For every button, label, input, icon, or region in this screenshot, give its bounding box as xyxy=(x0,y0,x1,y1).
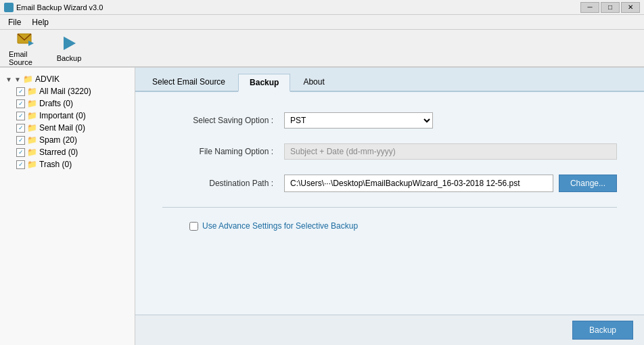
tree-checkbox-spam[interactable]: ✓ xyxy=(16,136,25,145)
file-naming-control: Subject + Date (dd-mm-yyyy) xyxy=(284,143,617,160)
sidebar-inner: ▼ ▼ 📁 ADVIK ✓ 📁 All Mail (3220) ✓ 📁 Draf… xyxy=(0,70,135,173)
title-bar-controls: ─ □ ✕ xyxy=(580,2,640,13)
divider xyxy=(162,207,617,208)
file-naming-row: File Naming Option : Subject + Date (dd-… xyxy=(162,143,617,160)
advance-settings-row: Use Advance Settings for Selective Backu… xyxy=(189,221,617,231)
saving-option-label: Select Saving Option : xyxy=(162,116,284,125)
tree-folder-icon-trash: 📁 xyxy=(27,160,37,169)
menu-file[interactable]: File xyxy=(3,16,26,28)
title-bar: Email Backup Wizard v3.0 ─ □ ✕ xyxy=(0,0,644,15)
backup-toolbar-icon xyxy=(60,34,78,53)
toolbar: Email Source Backup xyxy=(0,30,644,68)
file-naming-label: File Naming Option : xyxy=(162,147,284,156)
tab-about[interactable]: About xyxy=(292,73,336,91)
tab-select-email-source[interactable]: Select Email Source xyxy=(141,73,237,91)
backup-toolbar-label: Backup xyxy=(57,54,82,62)
app-icon xyxy=(4,3,14,12)
tree-root-label: ADVIK xyxy=(35,74,60,84)
list-item[interactable]: ✓ 📁 Trash (0) xyxy=(14,158,135,170)
footer: Backup xyxy=(135,315,644,345)
tree-root-folder-icon: 📁 xyxy=(23,74,33,84)
tree-label-sentmail: Sent Mail (0) xyxy=(39,123,85,133)
tree-label-drafts: Drafts (0) xyxy=(39,99,73,108)
list-item[interactable]: ✓ 📁 Starred (0) xyxy=(14,146,135,158)
list-item[interactable]: ✓ 📁 Sent Mail (0) xyxy=(14,122,135,134)
email-source-button[interactable]: Email Source xyxy=(5,32,46,64)
tree-checkbox-important[interactable]: ✓ xyxy=(16,112,25,120)
main-container: ▼ ▼ 📁 ADVIK ✓ 📁 All Mail (3220) ✓ 📁 Draf… xyxy=(0,68,644,345)
destination-input[interactable] xyxy=(284,175,553,192)
destination-control: Change... xyxy=(284,175,617,192)
tree-label-important: Important (0) xyxy=(39,111,86,120)
list-item[interactable]: ✓ 📁 Important (0) xyxy=(14,110,135,122)
tree-checkbox-drafts[interactable]: ✓ xyxy=(16,99,25,108)
email-source-icon xyxy=(16,30,35,49)
right-panel: Select Email Source Backup About Select … xyxy=(135,68,644,345)
menu-bar: File Help xyxy=(0,15,644,30)
menu-help[interactable]: Help xyxy=(26,16,54,28)
tree-label-allmail: All Mail (3220) xyxy=(39,87,91,96)
tree-label-trash: Trash (0) xyxy=(39,160,72,169)
tree-folder-icon-starred: 📁 xyxy=(27,147,37,157)
tree-label-spam: Spam (20) xyxy=(39,135,77,145)
saving-option-row: Select Saving Option : PST PDF MSG EML xyxy=(162,112,617,129)
tree-folder-icon-drafts: 📁 xyxy=(27,99,37,108)
backup-panel-content: Select Saving Option : PST PDF MSG EML F… xyxy=(135,92,644,315)
tree-root-item[interactable]: ▼ ▼ 📁 ADVIK xyxy=(3,73,135,85)
list-item[interactable]: ✓ 📁 Spam (20) xyxy=(14,134,135,146)
saving-option-select[interactable]: PST PDF MSG EML xyxy=(284,112,433,129)
window-title: Email Backup Wizard v3.0 xyxy=(16,3,103,12)
list-item[interactable]: ✓ 📁 All Mail (3220) xyxy=(14,85,135,97)
tree-sub-expand-icon: ▼ xyxy=(14,76,21,83)
advance-settings-label: Use Advance Settings for Selective Backu… xyxy=(202,221,358,231)
title-bar-left: Email Backup Wizard v3.0 xyxy=(4,3,103,12)
tree-children: ✓ 📁 All Mail (3220) ✓ 📁 Drafts (0) ✓ 📁 I… xyxy=(3,85,135,170)
tree-folder-icon-spam: 📁 xyxy=(27,135,37,145)
tree-folder-icon-important: 📁 xyxy=(27,111,37,120)
minimize-button[interactable]: ─ xyxy=(580,2,599,13)
backup-button[interactable]: Backup xyxy=(572,321,633,340)
tree-checkbox-trash[interactable]: ✓ xyxy=(16,160,25,169)
destination-row: Destination Path : Change... xyxy=(162,175,617,192)
file-naming-display: Subject + Date (dd-mm-yyyy) xyxy=(284,143,617,160)
maximize-button[interactable]: □ xyxy=(601,2,620,13)
tree-folder-icon-allmail: 📁 xyxy=(27,87,37,96)
advance-settings-checkbox[interactable] xyxy=(189,222,198,231)
backup-toolbar-button[interactable]: Backup xyxy=(49,32,89,64)
change-button[interactable]: Change... xyxy=(559,175,617,192)
tree-checkbox-starred[interactable]: ✓ xyxy=(16,148,25,157)
tabs: Select Email Source Backup About xyxy=(135,68,644,92)
email-source-label: Email Source xyxy=(9,50,43,66)
saving-option-control: PST PDF MSG EML xyxy=(284,112,617,129)
tree-checkbox-sentmail[interactable]: ✓ xyxy=(16,124,25,133)
tree-folder-icon-sentmail: 📁 xyxy=(27,123,37,133)
close-button[interactable]: ✕ xyxy=(621,2,640,13)
tree-label-starred: Starred (0) xyxy=(39,147,78,157)
sidebar: ▼ ▼ 📁 ADVIK ✓ 📁 All Mail (3220) ✓ 📁 Draf… xyxy=(0,68,135,345)
list-item[interactable]: ✓ 📁 Drafts (0) xyxy=(14,97,135,110)
tree-expand-icon: ▼ xyxy=(5,76,12,83)
svg-marker-2 xyxy=(64,37,76,50)
tab-backup[interactable]: Backup xyxy=(238,74,290,92)
destination-label: Destination Path : xyxy=(162,179,284,188)
tree-checkbox-allmail[interactable]: ✓ xyxy=(16,87,25,96)
